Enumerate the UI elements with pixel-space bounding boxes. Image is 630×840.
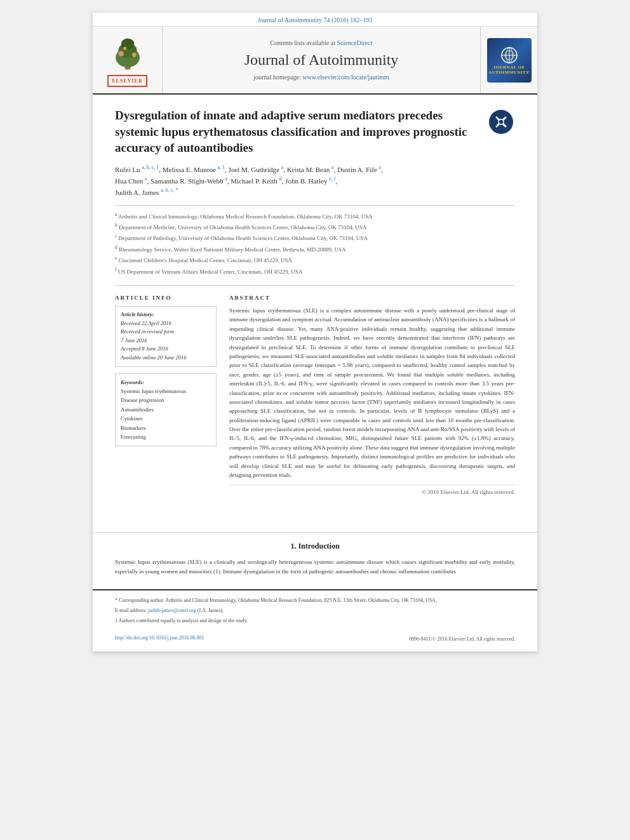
affiliation-d: d Rheumatology Service, Walter Reed Nati… xyxy=(115,244,515,254)
revised-date: 7 June 2016 xyxy=(121,337,211,345)
email-label: E-mail address: xyxy=(115,608,147,613)
author-john: John B. Harley e, f, xyxy=(285,177,337,185)
footnote-1-line: 1 Authors contributed equally to analysi… xyxy=(115,617,515,625)
affiliation-c: c Department of Pathology, University of… xyxy=(115,232,515,243)
abstract-column: ABSTRACT Systemic lupus erythematosus (S… xyxy=(229,295,515,495)
article-title: Dysregulation of innate and adaptive ser… xyxy=(115,109,467,154)
keyword-cytokines: Cytokines xyxy=(121,414,211,423)
keywords-label: Keywords: xyxy=(121,379,144,385)
article-page: Journal of Autoimmunity 74 (2016) 182–19… xyxy=(93,13,537,651)
authors-line: Rufei Lu a, b, c, 1, Melissa E. Munroe a… xyxy=(115,164,515,199)
keyword-disease: Disease progression xyxy=(121,396,211,404)
received-date: Received 22 April 2016 xyxy=(121,319,211,328)
journal-reference-bar: Journal of Autoimmunity 74 (2016) 182–19… xyxy=(93,13,537,27)
doi-link[interactable]: http://dx.doi.org/10.1016/j.jaut.2016.06… xyxy=(115,635,204,641)
crossmark-circle xyxy=(489,110,513,134)
svg-point-5 xyxy=(131,53,136,57)
article-info-abstract-section: ARTICLE INFO Article history: Received 2… xyxy=(115,285,515,495)
keyword-forecasting: Forecasting xyxy=(121,432,211,441)
available-date: Available online 20 June 2016 xyxy=(121,354,211,363)
homepage-line: journal homepage: www.elsevier.com/locat… xyxy=(253,74,389,81)
article-history-block: Article history: Received 22 April 2016 … xyxy=(115,306,217,367)
author-rufei-lu: Rufei Lu a, b, c, 1, xyxy=(115,166,161,173)
introduction-text: Systemic lupus erythematosus (SLE) is a … xyxy=(115,557,515,577)
keywords-block: Keywords: Systemic lupus erythematosus D… xyxy=(115,373,217,446)
author-krista: Krista M. Bean a, xyxy=(287,166,336,173)
received-revised-label: Received in revised form xyxy=(121,328,211,337)
sciencedirect-line: Contents lists available at ScienceDirec… xyxy=(270,39,372,46)
affiliations-block: a Arthritis and Clinical Immunology, Okl… xyxy=(115,205,515,276)
page-footer: * Corresponding author. Arthritis and Cl… xyxy=(93,589,537,651)
email-suffix: (J.A. James). xyxy=(197,608,224,613)
article-info-column: ARTICLE INFO Article history: Received 2… xyxy=(115,295,217,495)
crossmark-icon xyxy=(492,112,511,131)
doi-line: http://dx.doi.org/10.1016/j.jaut.2016.06… xyxy=(115,630,204,642)
journal-badge-section: JOURNAL OF AUTOIMMUNITY xyxy=(480,27,537,93)
svg-point-13 xyxy=(499,119,504,124)
copyright-line: © 2016 Elsevier Ltd. All rights reserved… xyxy=(229,484,515,495)
history-label: Article history: xyxy=(121,311,154,317)
article-title-block: Dysregulation of innate and adaptive ser… xyxy=(115,107,515,156)
author-judith: Judith A. James a, b, c, * xyxy=(115,189,178,196)
footnote-corresponding: * Corresponding author. Arthritis and Cl… xyxy=(115,597,515,605)
svg-point-4 xyxy=(118,51,124,57)
keyword-sle: Systemic lupus erythematosus xyxy=(121,387,211,396)
abstract-heading: ABSTRACT xyxy=(229,295,515,301)
badge-title-line1: JOURNAL OF xyxy=(493,65,525,70)
author-joel: Joel M. Guthridge a, xyxy=(229,166,285,173)
svg-point-6 xyxy=(123,46,126,50)
journal-header: ELSEVIER Contents lists available at Sci… xyxy=(93,27,537,95)
crossmark-badge[interactable] xyxy=(486,107,515,136)
introduction-section: 1. Introduction Systemic lupus erythemat… xyxy=(93,542,537,589)
article-info-heading: ARTICLE INFO xyxy=(115,295,217,301)
svg-point-3 xyxy=(121,39,134,50)
elsevier-label: ELSEVIER xyxy=(107,75,147,87)
badge-icon xyxy=(497,46,522,65)
affiliation-b: b Department of Medicine, University of … xyxy=(115,222,515,232)
issn-line: 0896-8411/© 2016 Elsevier Ltd. All right… xyxy=(409,636,515,642)
journal-badge: JOURNAL OF AUTOIMMUNITY xyxy=(487,38,532,83)
journal-title-section: Contents lists available at ScienceDirec… xyxy=(163,27,480,93)
abstract-text: Systemic lupus erythematosus (SLE) is a … xyxy=(229,306,515,479)
footer-bottom: http://dx.doi.org/10.1016/j.jaut.2016.06… xyxy=(115,630,515,642)
keyword-biomarkers: Biomarkers xyxy=(121,423,211,432)
author-michael: Michael P. Keith d, xyxy=(231,177,283,185)
keyword-autoantibodies: Autoantibodies xyxy=(121,405,211,414)
author-hua: Hua Chen a, xyxy=(115,177,149,185)
affiliation-a: a Arthritis and Clinical Immunology, Okl… xyxy=(115,211,515,221)
author-dustin: Dustin A. Fife a, xyxy=(337,166,383,173)
accepted-date: Accepted 8 June 2016 xyxy=(121,345,211,354)
footnote-email-line: E-mail address: judith-james@omrf.org (J… xyxy=(115,607,515,615)
email-link[interactable]: judith-james@omrf.org xyxy=(148,608,196,613)
article-content: Dysregulation of innate and adaptive ser… xyxy=(93,95,537,523)
elsevier-logo-section: ELSEVIER xyxy=(93,27,163,93)
author-samantha: Samantha R. Slight-Webb a, xyxy=(151,177,229,185)
section-divider xyxy=(93,532,537,533)
journal-title: Journal of Autoimmunity xyxy=(245,51,399,69)
affiliation-f: f US Department of Veterans Affairs Medi… xyxy=(115,266,515,276)
sciencedirect-link[interactable]: ScienceDirect xyxy=(337,39,372,46)
badge-title-line2: AUTOIMMUNITY xyxy=(488,70,530,75)
footnote-star-text: * Corresponding author. Arthritis and Cl… xyxy=(115,597,437,603)
affiliation-e: e Cincinnati Children's Hospital Medical… xyxy=(115,255,515,265)
author-melissa: Melissa E. Munroe a, 1, xyxy=(163,166,227,173)
homepage-link[interactable]: www.elsevier.com/locate/jautimm xyxy=(302,74,389,81)
elsevier-tree-icon xyxy=(105,33,150,71)
journal-ref-text: Journal of Autoimmunity 74 (2016) 182–19… xyxy=(258,17,372,23)
introduction-heading: 1. Introduction xyxy=(115,542,515,551)
